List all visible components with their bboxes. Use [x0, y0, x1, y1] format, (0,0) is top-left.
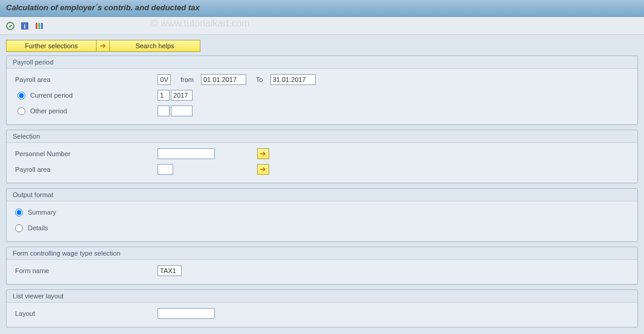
form-name-label: Form name [13, 267, 158, 274]
svg-text:i: i [24, 23, 26, 30]
further-selections-button[interactable]: Further selections [6, 40, 97, 52]
selection-title: Selection [7, 130, 637, 143]
other-period-text: Other period [30, 107, 67, 115]
arrow-right-icon [260, 166, 267, 172]
to-label: To [246, 76, 270, 83]
current-period-radio[interactable] [18, 92, 25, 99]
page-title: Calculation of employer´s contrib. and d… [6, 3, 200, 12]
other-period-radio[interactable] [18, 107, 25, 115]
personnel-number-input[interactable] [158, 148, 215, 159]
payroll-period-title: Payroll period [7, 56, 637, 69]
current-num-input[interactable] [158, 90, 170, 101]
from-label: from [171, 76, 201, 83]
other-num-input[interactable] [158, 106, 170, 116]
other-period-radio-label[interactable]: Other period [15, 107, 158, 115]
layout-input[interactable] [158, 308, 215, 319]
search-helps-button[interactable]: Search helps [110, 40, 200, 52]
selection-payroll-area-input[interactable] [158, 164, 173, 175]
current-period-radio-label[interactable]: Current period [15, 92, 158, 99]
details-radio-label[interactable]: Details [13, 224, 48, 232]
title-bar: Calculation of employer´s contrib. and d… [0, 0, 644, 17]
payroll-area-label: Payroll area [13, 76, 158, 83]
list-viewer-title: List viewer layout [7, 290, 637, 303]
payroll-area-input[interactable] [158, 74, 171, 85]
arrow-right-icon [100, 43, 107, 49]
summary-text: Summary [28, 209, 56, 216]
form-control-title: Form controlling wage type selection [7, 247, 637, 260]
personnel-number-label: Personnel Number [13, 150, 158, 157]
toolbar: i [0, 17, 644, 35]
layout-label: Layout [13, 310, 158, 317]
svg-rect-4 [39, 23, 40, 29]
output-format-group: Output format Summary Details [6, 188, 638, 242]
details-radio[interactable] [15, 224, 23, 232]
arrow-separator-button[interactable] [97, 40, 110, 52]
from-date-input[interactable] [201, 74, 246, 85]
form-control-group: Form controlling wage type selection For… [6, 247, 638, 285]
summary-radio-label[interactable]: Summary [13, 209, 56, 216]
selection-buttons-row: Further selections Search helps [6, 40, 638, 52]
svg-rect-5 [41, 23, 43, 29]
selection-group: Selection Personnel Number Payroll area [6, 130, 638, 183]
columns-icon[interactable] [34, 20, 45, 31]
execute-icon[interactable] [5, 20, 16, 31]
content-area: Further selections Search helps Payroll … [0, 35, 644, 334]
info-icon[interactable]: i [19, 20, 30, 31]
payroll-period-group: Payroll period Payroll area from To Curr… [6, 55, 638, 125]
list-viewer-group: List viewer layout Layout [6, 289, 638, 327]
output-format-title: Output format [7, 189, 637, 201]
personnel-multiple-button[interactable] [257, 148, 269, 159]
form-name-input[interactable] [158, 265, 182, 276]
selection-payroll-area-label: Payroll area [13, 166, 158, 173]
other-year-input[interactable] [171, 106, 193, 116]
current-year-input[interactable] [171, 90, 193, 101]
details-text: Details [28, 224, 48, 232]
summary-radio[interactable] [15, 209, 23, 216]
to-date-input[interactable] [270, 74, 316, 85]
payroll-area-multiple-button[interactable] [257, 164, 269, 175]
svg-rect-3 [36, 23, 37, 29]
arrow-right-icon [260, 151, 267, 157]
current-period-text: Current period [30, 92, 72, 99]
